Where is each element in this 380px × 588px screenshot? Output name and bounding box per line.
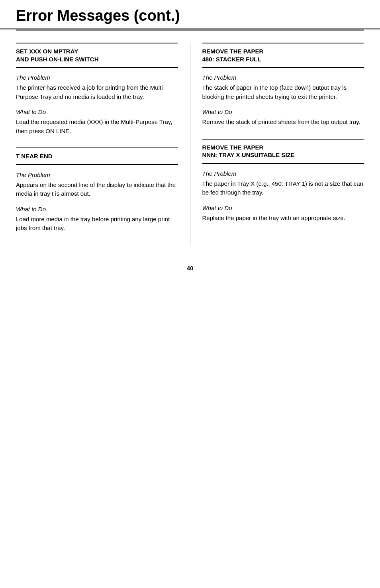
- right-column: REMOVE THE PAPER 480: STACKER FULL The P…: [190, 43, 364, 245]
- error-title-tray-unsuitable-line2: nnn: TRAY X UNSUITABLE SIZE: [202, 151, 364, 159]
- what-to-do-text-set-xxx: Load the requested media (XXX) in the Mu…: [16, 118, 178, 136]
- problem-text-t-near-end: Appears on the second line of the displa…: [16, 181, 178, 199]
- problem-label-stacker-full: The Problem: [202, 74, 364, 81]
- error-block-set-xxx: SET XXX ON MPTRAY AND PUSH ON-LINE SWITC…: [16, 43, 178, 136]
- what-to-do-label-set-xxx: What to Do: [16, 108, 178, 115]
- page-number: 40: [0, 257, 380, 275]
- error-header-tray-unsuitable: REMOVE THE PAPER nnn: TRAY X UNSUITABLE …: [202, 139, 364, 164]
- error-header-t-near-end: t NEAR END: [16, 147, 178, 165]
- error-title-tray-unsuitable-line1: REMOVE THE PAPER: [202, 144, 364, 151]
- left-column: SET XXX ON MPTRAY AND PUSH ON-LINE SWITC…: [16, 43, 190, 245]
- page: Error Messages (cont.) SET XXX ON MPTRAY…: [0, 0, 380, 588]
- error-title-stacker-full-line2: 480: STACKER FULL: [202, 55, 364, 63]
- error-title-set-xxx-line1: SET XXX ON MPTRAY: [16, 47, 178, 55]
- problem-label-set-xxx: The Problem: [16, 74, 178, 81]
- error-block-t-near-end: t NEAR END The Problem Appears on the se…: [16, 147, 178, 233]
- what-to-do-label-stacker-full: What to Do: [202, 108, 364, 115]
- problem-text-set-xxx: The printer has received a job for print…: [16, 83, 178, 101]
- content-area: SET XXX ON MPTRAY AND PUSH ON-LINE SWITC…: [0, 31, 380, 257]
- error-block-tray-unsuitable: REMOVE THE PAPER nnn: TRAY X UNSUITABLE …: [202, 139, 364, 223]
- header-section: Error Messages (cont.): [0, 0, 380, 29]
- problem-label-tray-unsuitable: The Problem: [202, 170, 364, 177]
- error-title-set-xxx-line2: AND PUSH ON-LINE SWITCH: [16, 55, 178, 63]
- error-title-stacker-full-line1: REMOVE THE PAPER: [202, 47, 364, 55]
- what-to-do-label-t-near-end: What to Do: [16, 206, 178, 212]
- what-to-do-text-stacker-full: Remove the stack of printed sheets from …: [202, 118, 364, 127]
- problem-text-tray-unsuitable: The paper in Tray X (e.g., 450: TRAY 1) …: [202, 179, 364, 197]
- error-header-stacker-full: REMOVE THE PAPER 480: STACKER FULL: [202, 43, 364, 68]
- error-block-stacker-full: REMOVE THE PAPER 480: STACKER FULL The P…: [202, 43, 364, 127]
- problem-label-t-near-end: The Problem: [16, 171, 178, 178]
- what-to-do-text-t-near-end: Load more media in the tray before print…: [16, 215, 178, 233]
- error-header-set-xxx: SET XXX ON MPTRAY AND PUSH ON-LINE SWITC…: [16, 43, 178, 68]
- problem-text-stacker-full: The stack of paper in the top (face down…: [202, 83, 364, 101]
- error-title-t-near-end: t NEAR END: [16, 152, 178, 160]
- what-to-do-text-tray-unsuitable: Replace the paper in the tray with an ap…: [202, 214, 364, 223]
- page-title: Error Messages (cont.): [16, 7, 364, 24]
- what-to-do-label-tray-unsuitable: What to Do: [202, 205, 364, 211]
